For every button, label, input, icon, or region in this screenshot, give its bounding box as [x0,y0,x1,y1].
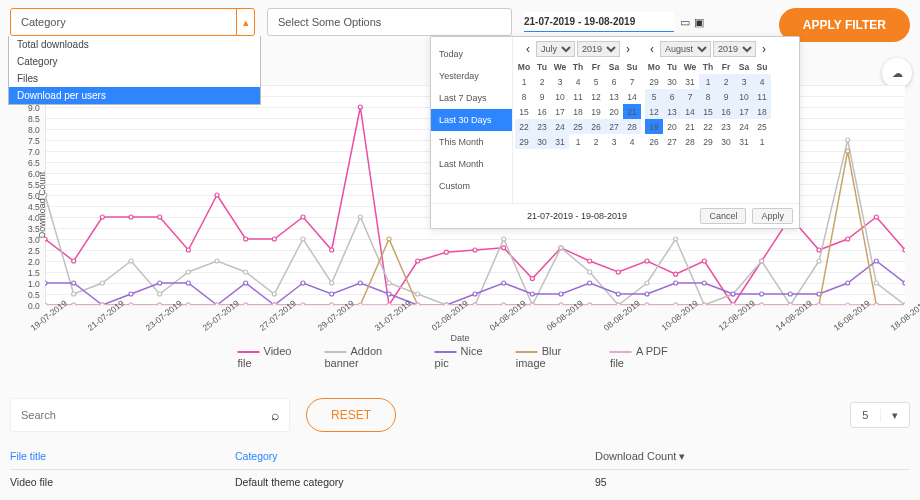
category-option[interactable]: Total downloads [9,36,260,53]
calendar-day[interactable]: 24 [735,119,753,134]
export-button[interactable]: ☁ [882,58,912,88]
calendar-day[interactable]: 6 [663,89,681,104]
calendar-day[interactable]: 16 [533,104,551,119]
calendar-day[interactable]: 11 [753,89,771,104]
daterange-preset[interactable]: This Month [431,131,512,153]
calendar-icon[interactable]: ▣ [694,16,704,29]
reset-button[interactable]: RESET [306,398,396,432]
month-select-right[interactable]: August [660,41,711,57]
calendar-day[interactable]: 3 [551,74,569,89]
calendar-day[interactable]: 15 [699,104,717,119]
calendar-day[interactable]: 31 [551,134,569,149]
calendar-day[interactable]: 27 [663,134,681,149]
calendar-day[interactable]: 21 [623,104,641,119]
calendar-day[interactable]: 6 [605,74,623,89]
search-input[interactable] [21,409,263,421]
col-file-title[interactable]: File title [10,450,235,463]
calendar-day[interactable]: 26 [645,134,663,149]
calendar-day[interactable]: 17 [735,104,753,119]
calendar-day[interactable]: 23 [717,119,735,134]
calendar-day[interactable]: 8 [699,89,717,104]
calendar-day[interactable]: 5 [645,89,663,104]
calendar-day[interactable]: 10 [551,89,569,104]
calendar-day[interactable]: 9 [717,89,735,104]
category-option[interactable]: Download per users [9,87,260,104]
calendar-day[interactable]: 2 [533,74,551,89]
calendar-day[interactable]: 29 [515,134,533,149]
category-select[interactable]: Category ▴ [10,8,255,36]
month-select-left[interactable]: July [536,41,575,57]
chevron-right-icon[interactable]: › [622,42,634,56]
legend-item[interactable]: Addon banner [324,345,416,369]
calendar-day[interactable]: 24 [551,119,569,134]
year-select-left[interactable]: 2019 [577,41,620,57]
calendar-day[interactable]: 17 [551,104,569,119]
daterange-input[interactable] [524,12,674,32]
legend-item[interactable]: Nice pic [435,345,498,369]
legend-item[interactable]: Video file [238,345,307,369]
daterange-apply-button[interactable]: Apply [752,208,793,224]
table-row[interactable]: Video fileDefault theme category95 [10,470,910,488]
calendar-day[interactable]: 27 [605,119,623,134]
calendar-day[interactable]: 12 [645,104,663,119]
calendar-day[interactable]: 18 [753,104,771,119]
calendar-day[interactable]: 31 [735,134,753,149]
chevron-right-icon[interactable]: › [758,42,770,56]
legend-item[interactable]: Blur image [516,345,592,369]
daterange-preset[interactable]: Last Month [431,153,512,175]
calendar-day[interactable]: 19 [645,119,663,134]
calendar-day[interactable]: 2 [717,74,735,89]
calendar-day[interactable]: 12 [587,89,605,104]
chevron-left-icon[interactable]: ‹ [522,42,534,56]
calendar-day[interactable]: 22 [699,119,717,134]
calendar-day[interactable]: 28 [623,119,641,134]
calendar-day[interactable]: 21 [681,119,699,134]
daterange-preset[interactable]: Yesterday [431,65,512,87]
calendar-day[interactable]: 26 [587,119,605,134]
calendar-day[interactable]: 19 [587,104,605,119]
calendar-day[interactable]: 13 [663,104,681,119]
calendar-day[interactable]: 16 [717,104,735,119]
calendar-outline-icon[interactable]: ▭ [680,16,690,29]
calendar-day[interactable]: 1 [515,74,533,89]
calendar-day[interactable]: 20 [605,104,623,119]
calendar-day[interactable]: 11 [569,89,587,104]
calendar-day[interactable]: 30 [533,134,551,149]
calendar-day[interactable]: 7 [681,89,699,104]
search-icon[interactable]: ⌕ [271,407,279,423]
calendar-day[interactable]: 14 [623,89,641,104]
calendar-day[interactable]: 25 [753,119,771,134]
category-option[interactable]: Files [9,70,260,87]
calendar-day[interactable]: 22 [515,119,533,134]
calendar-day[interactable]: 1 [699,74,717,89]
daterange-cancel-button[interactable]: Cancel [700,208,746,224]
daterange-preset[interactable]: Last 30 Days [431,109,512,131]
calendar-day[interactable]: 14 [681,104,699,119]
col-category[interactable]: Category [235,450,595,463]
calendar-day[interactable]: 23 [533,119,551,134]
page-size-select[interactable]: 5 ▾ [850,402,910,428]
calendar-day[interactable]: 20 [663,119,681,134]
calendar-day[interactable]: 4 [569,74,587,89]
options-multiselect[interactable]: Select Some Options [267,8,512,36]
col-download-count[interactable]: Download Count ▾ [595,450,795,463]
calendar-day[interactable]: 30 [717,134,735,149]
calendar-day[interactable]: 5 [587,74,605,89]
daterange-preset[interactable]: Custom [431,175,512,197]
calendar-day[interactable]: 4 [753,74,771,89]
legend-item[interactable]: A PDF file [610,345,683,369]
calendar-day[interactable]: 28 [681,134,699,149]
calendar-day[interactable]: 29 [699,134,717,149]
chevron-left-icon[interactable]: ‹ [646,42,658,56]
category-option[interactable]: Category [9,53,260,70]
calendar-day[interactable]: 8 [515,89,533,104]
calendar-day[interactable]: 7 [623,74,641,89]
calendar-day[interactable]: 13 [605,89,623,104]
calendar-day[interactable]: 9 [533,89,551,104]
year-select-right[interactable]: 2019 [713,41,756,57]
calendar-day[interactable]: 18 [569,104,587,119]
calendar-day[interactable]: 25 [569,119,587,134]
calendar-day[interactable]: 3 [735,74,753,89]
calendar-day[interactable]: 15 [515,104,533,119]
calendar-day[interactable]: 10 [735,89,753,104]
